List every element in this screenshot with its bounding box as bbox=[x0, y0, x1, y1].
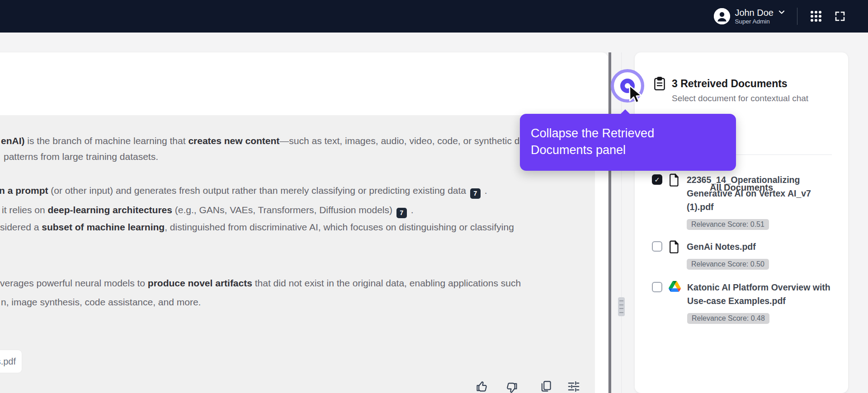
tooltip-text-line2: Documents panel bbox=[531, 142, 725, 159]
message-line: verages powerful neural models to produc… bbox=[0, 277, 521, 290]
thumbs-down-icon[interactable] bbox=[505, 381, 518, 393]
message-text: is the branch of machine learning that bbox=[25, 136, 189, 146]
relevance-score-badge: Relevance Score: 0.48 bbox=[687, 313, 769, 324]
message-text: produce novel artifacts bbox=[148, 278, 252, 288]
message-text: creates new content bbox=[188, 136, 279, 146]
document-checkbox[interactable] bbox=[652, 241, 662, 252]
user-role: Super Admin bbox=[735, 18, 774, 25]
clipboard-icon bbox=[653, 76, 666, 103]
person-icon bbox=[714, 8, 730, 24]
panel-resize-handle[interactable] bbox=[618, 297, 625, 316]
panel-split-divider bbox=[609, 52, 611, 393]
panel-header: 3 Retreived Documents Select document fo… bbox=[653, 76, 808, 103]
document-name: GenAi Notes.pdf bbox=[687, 240, 836, 253]
message-text: verages powerful neural models to bbox=[0, 278, 148, 288]
chevron-down-icon[interactable] bbox=[777, 8, 786, 19]
file-icon bbox=[669, 173, 680, 230]
assistant-message-bubble: enAI) is the branch of machine learning … bbox=[0, 115, 595, 393]
document-item[interactable]: GenAi Notes.pdf Relevance Score: 0.50 bbox=[652, 240, 837, 270]
mouse-cursor bbox=[626, 84, 646, 108]
document-checkbox[interactable]: ✓ bbox=[652, 174, 662, 185]
message-text: (e.g., GANs, VAEs, Transformers, Diffusi… bbox=[172, 205, 395, 215]
tune-icon[interactable] bbox=[567, 379, 580, 393]
message-text: . bbox=[482, 185, 487, 196]
message-text: that did not exist in the original data,… bbox=[252, 278, 521, 288]
document-item[interactable]: ✓ 22365_14_Operationalizing Generative A… bbox=[652, 173, 837, 230]
panel-title: 3 Retreived Documents bbox=[672, 76, 808, 91]
message-text: subset of machine learning bbox=[42, 222, 165, 232]
source-document-chip[interactable]: es.pdf bbox=[0, 350, 22, 373]
message-text: (or other input) and generates fresh out… bbox=[48, 185, 469, 196]
message-text: it relies on bbox=[2, 205, 48, 215]
message-line: n, image synthesis, code assistance, and… bbox=[1, 296, 201, 309]
citation-badge[interactable]: 7 bbox=[470, 188, 481, 199]
tooltip-text-line1: Collapse the Retrieved bbox=[531, 125, 725, 142]
document-item[interactable]: Katonic AI Platform Overview with Use-ca… bbox=[652, 281, 837, 324]
message-text: . bbox=[408, 205, 414, 215]
message-text: deep-learning architectures bbox=[48, 205, 172, 215]
panel-subtitle: Select document for contextual chat bbox=[672, 94, 808, 103]
message-text: patterns from large training datasets. bbox=[4, 151, 158, 162]
user-name: John Doe bbox=[735, 8, 774, 18]
relevance-score-badge: Relevance Score: 0.51 bbox=[687, 219, 769, 230]
google-drive-icon bbox=[669, 281, 681, 324]
copy-icon[interactable] bbox=[539, 379, 552, 393]
message-text: enAI) bbox=[1, 136, 25, 146]
message-text: n, image synthesis, code assistance, and… bbox=[1, 297, 201, 307]
relevance-score-badge: Relevance Score: 0.50 bbox=[687, 259, 769, 270]
message-text: n a prompt bbox=[0, 185, 48, 196]
top-navbar: John Doe Super Admin bbox=[0, 0, 868, 33]
user-avatar[interactable] bbox=[714, 8, 730, 24]
collapse-tooltip: Collapse the Retrieved Documents panel bbox=[520, 114, 736, 171]
panel-split-guide-line bbox=[621, 52, 622, 393]
source-chip-label: es.pdf bbox=[0, 356, 16, 367]
document-name: 22365_14_Operationalizing Generative AI … bbox=[687, 173, 836, 214]
user-info[interactable]: John Doe Super Admin bbox=[735, 8, 774, 25]
citation-badge[interactable]: 7 bbox=[396, 208, 407, 218]
message-line: n a prompt (or other input) and generate… bbox=[0, 184, 487, 199]
message-text: , distinguished from discriminative AI, … bbox=[165, 222, 514, 232]
message-line: it relies on deep-learning architectures… bbox=[2, 204, 414, 218]
message-line: patterns from large training datasets. bbox=[4, 150, 158, 163]
document-name: Katonic AI Platform Overview with Use-ca… bbox=[687, 281, 836, 308]
file-icon bbox=[669, 240, 680, 270]
navbar-right-group: John Doe Super Admin bbox=[714, 8, 845, 25]
navbar-divider bbox=[797, 8, 797, 25]
message-line: enAI) is the branch of machine learning … bbox=[1, 135, 589, 147]
apps-grid-icon[interactable] bbox=[810, 10, 822, 22]
document-checkbox[interactable] bbox=[652, 282, 662, 292]
thumbs-up-icon[interactable] bbox=[476, 379, 489, 393]
retrieved-documents-panel: 3 Retreived Documents Select document fo… bbox=[635, 52, 848, 393]
fullscreen-icon[interactable] bbox=[835, 11, 845, 22]
message-line: sidered a subset of machine learning, di… bbox=[0, 221, 514, 234]
message-text: sidered a bbox=[0, 222, 42, 232]
